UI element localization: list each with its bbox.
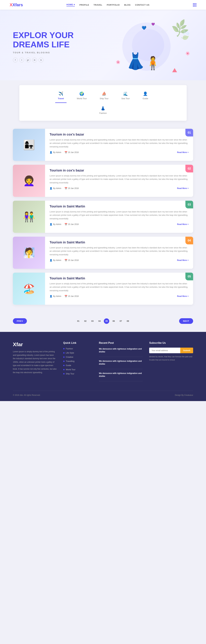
blog-card-4-date: 📅 20 Jan 2018	[65, 259, 79, 262]
logo[interactable]: XXfars	[10, 2, 23, 8]
social-twitter[interactable]: t	[19, 58, 24, 62]
recent-post-3-title: We denounce with righteous indignation a…	[99, 372, 143, 378]
blog-card-5: 🏖️ Tourism in Saint Martin Lorem ipsum i…	[13, 273, 193, 305]
leaf-right2-icon: 🍃	[178, 28, 192, 41]
subscribe-submit-button[interactable]: Submit	[180, 348, 193, 353]
author-icon-4: 👤	[50, 259, 52, 262]
prev-button[interactable]: PREV	[13, 318, 27, 324]
blog-img-2-placeholder: 👩‍🦱	[13, 165, 45, 197]
recent-post-1[interactable]: We denounce with righteous indignation a…	[99, 348, 143, 357]
petal-right-icon: 🌸	[185, 52, 190, 56]
page-01[interactable]: 01	[75, 318, 81, 324]
recent-post-3[interactable]: We denounce with righteous indignation a…	[99, 372, 143, 381]
recent-post-2-title: We denounce with righteous indignation a…	[99, 360, 143, 366]
blog-card-5-meta: 👤 By Admin 📅 20 Jan 2018 Read More +	[50, 295, 189, 298]
page-02[interactable]: 02	[82, 318, 88, 324]
footer-link-lifestyle[interactable]: Life Style	[63, 352, 92, 354]
cat-travel[interactable]: ✈️ Travel	[51, 88, 70, 103]
calendar-icon: 📅	[65, 151, 67, 154]
blog-card-2-read-more[interactable]: Read More +	[177, 187, 189, 190]
author-icon: 👤	[50, 151, 52, 154]
hero-subtitle: TOUR & TRAVEL BLOGING	[13, 52, 74, 54]
nav-contact[interactable]: CONTACT US	[135, 4, 149, 6]
blog-card-3-read-more[interactable]: Read More +	[177, 223, 189, 226]
hero-figure-main: 👗	[126, 52, 146, 71]
grid-menu-button[interactable]	[193, 3, 196, 6]
author-icon-2: 👤	[50, 187, 52, 190]
blog-card-5-text: Lorem ipsum is simply dummy text of the …	[50, 282, 189, 292]
social-facebook[interactable]: f	[13, 58, 18, 62]
footer-recent-title: Recent Post	[99, 342, 143, 344]
blog-card-1-meta: 👤 By Admin 📅 20 Jan 2018 Read More +	[50, 151, 189, 154]
page-08[interactable]: 08	[125, 318, 131, 324]
nav-portfolio[interactable]: PORTFOLIO	[107, 4, 120, 6]
bullet-icon	[63, 365, 65, 366]
blog-card-3: 👫 Tourism in Saint Martin Lorem ipsum is…	[13, 201, 193, 233]
bullet-icon	[63, 373, 65, 374]
heart-icon-1: 💙	[142, 26, 146, 30]
cat-sea-tour[interactable]: 🌊 Sea Tour	[115, 88, 136, 103]
bullet-icon	[63, 369, 65, 370]
blog-card-3-title: Tourism in Saint Martin	[50, 204, 189, 208]
footer-quicklinks-title: Quick Link	[63, 342, 92, 344]
footer-quicklinks: Quick Link Fashion Life Style Creative T…	[63, 342, 92, 384]
blog-card-3-author: 👤 By Admin	[50, 223, 61, 226]
cat-guide[interactable]: 👤 Guide	[136, 88, 155, 103]
blog-card-2-text: Lorem ipsum is simply dummy text of the …	[50, 174, 189, 184]
footer-bottom: © 2018 xfar. All rights Reserved. Design…	[13, 391, 193, 396]
hero-illustration: 🌿 🍃 👗 🧍 💙 💜 🌸 🌸	[113, 19, 193, 74]
blog-card-1-number: 01	[185, 129, 193, 136]
blog-card-4-read-more[interactable]: Read More +	[177, 259, 189, 262]
calendar-icon-3: 📅	[65, 223, 67, 226]
page-03[interactable]: 03	[90, 318, 95, 324]
cat-ship-tour[interactable]: ⛵ Ship Tour	[93, 88, 115, 103]
footer-link-ship-tour[interactable]: Ship Tour	[63, 373, 92, 375]
subscribe-description: blinded by desire, that they can foresee…	[149, 355, 193, 362]
footer-grid: Xfar Lorem ipsum is simply dummy text of…	[13, 342, 193, 384]
cat-fashion[interactable]: 👗 Fashion	[93, 103, 113, 118]
hero-left: EXPLOR YOUR DREAMS LIFE TOUR & TRAVEL BL…	[13, 31, 74, 62]
recent-post-2[interactable]: We denounce with righteous indignation a…	[99, 360, 143, 369]
blog-card-1-read-more[interactable]: Read More +	[177, 151, 189, 154]
blog-card-3-meta: 👤 By Admin 📅 20 Jan 2018 Read More +	[50, 223, 189, 226]
footer-link-travelling[interactable]: Travelling	[63, 360, 92, 362]
blog-card-1-author: 👤 By Admin	[50, 151, 61, 154]
page-07[interactable]: 07	[118, 318, 124, 324]
subscribe-email-input[interactable]	[149, 348, 180, 353]
blog-card-4: 🧖 Tourism in Saint Martin Lorem ipsum is…	[13, 237, 193, 269]
nav-travel[interactable]: TRAVEL	[93, 4, 102, 6]
page-04[interactable]: 04	[97, 318, 102, 324]
cat-guide-label: Guide	[143, 97, 148, 100]
next-button[interactable]: NEXT	[179, 318, 193, 324]
cat-world-tour-label: World Tour	[77, 97, 87, 100]
footer-link-fashion[interactable]: Fashion	[63, 348, 92, 350]
blog-card-1-content: Tourism in cox's bazar Lorem ipsum is si…	[45, 129, 193, 161]
cat-world-tour[interactable]: 🌍 World Tour	[70, 88, 93, 103]
footer-link-creative[interactable]: Creative	[63, 356, 92, 358]
blog-card-4-content: Tourism in Saint Martin Lorem ipsum is s…	[45, 237, 193, 269]
blog-card-5-number: 05	[185, 273, 193, 280]
nav-home[interactable]: HOME ▾	[66, 3, 75, 6]
nav-blog[interactable]: BLOG	[124, 4, 131, 6]
footer-link-guide[interactable]: Guide	[63, 364, 92, 366]
nav-profile[interactable]: PROFILE	[79, 4, 89, 6]
cat-sea-tour-label: Sea Tour	[121, 97, 130, 100]
blog-card-4-number: 04	[185, 237, 193, 244]
blog-card-2-author: 👤 By Admin	[50, 187, 61, 190]
footer-link-world-tour[interactable]: World Tour	[63, 368, 92, 371]
blog-card-5-read-more[interactable]: Read More +	[177, 295, 189, 297]
calendar-icon-2: 📅	[65, 187, 67, 190]
blog-card-3-text: Lorem ipsum is simply dummy text of the …	[50, 210, 189, 220]
blog-card-3-image: 👫	[13, 201, 45, 233]
petal-left-icon: 🌸	[116, 60, 120, 64]
page-06[interactable]: 06	[111, 318, 116, 324]
social-behance[interactable]: b	[39, 58, 43, 62]
footer-desc: Lorem ipsum is simply dummy text of the …	[13, 350, 57, 374]
page-05[interactable]: 05	[104, 318, 109, 324]
social-instagram[interactable]: in	[32, 58, 37, 62]
blog-card-1-date: 📅 20 Jan 2018	[65, 151, 79, 154]
author-icon-5: 👤	[50, 295, 52, 298]
blog-img-5-placeholder: 🏖️	[13, 273, 45, 305]
social-google[interactable]: g+	[26, 58, 31, 62]
blog-card-4-author: 👤 By Admin	[50, 259, 61, 262]
